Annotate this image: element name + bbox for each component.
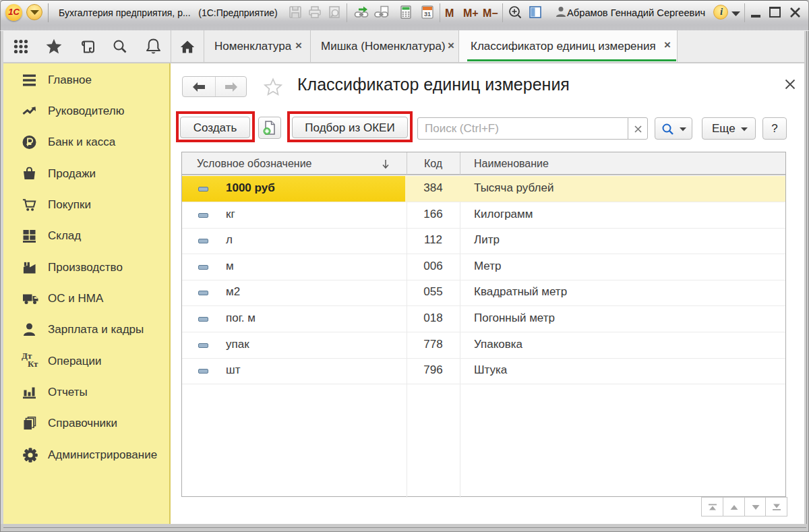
svg-text:31: 31 — [424, 11, 431, 18]
